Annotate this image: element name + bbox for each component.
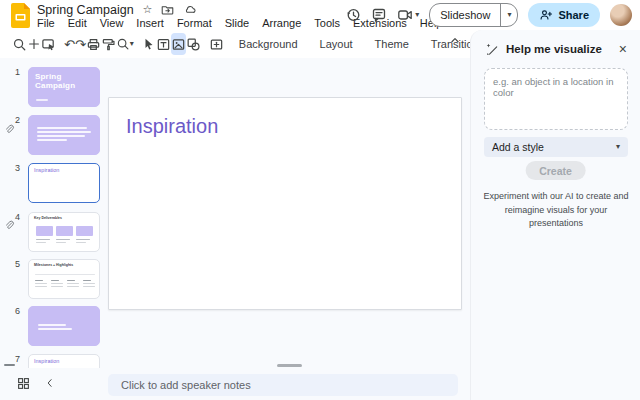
theme-button[interactable]: Theme — [368, 38, 416, 50]
document-title-row: Spring Campaign ☆ — [37, 2, 197, 17]
style-caret-icon: ▾ — [616, 143, 620, 151]
search-menus-icon[interactable] — [12, 33, 27, 55]
menu-arrange[interactable]: Arrange — [262, 17, 301, 29]
slide-number: 5 — [4, 259, 20, 269]
pen-spark-icon — [485, 42, 499, 56]
version-history-icon[interactable] — [345, 7, 361, 23]
cloud-status-icon[interactable] — [183, 3, 197, 16]
account-avatar[interactable] — [610, 4, 632, 26]
new-slide-icon[interactable] — [27, 33, 41, 55]
add-style-label: Add a style — [492, 141, 616, 153]
meet-camera-button[interactable]: ▾ — [397, 7, 419, 23]
help-me-visualize-panel: Help me visualize × Add a style ▾ Create… — [470, 30, 640, 400]
collapse-filmstrip-icon[interactable] — [44, 377, 56, 389]
menu-edit[interactable]: Edit — [68, 17, 87, 29]
comment-icon[interactable] — [371, 7, 387, 23]
slide-number: 3 — [4, 163, 20, 173]
paperclip-icon — [4, 220, 15, 231]
undo-icon[interactable]: ↶ — [64, 33, 75, 55]
slide-thumbnail-5[interactable]: Milestones + Highlights — [28, 259, 100, 299]
templates-icon[interactable] — [41, 33, 56, 55]
menu-format[interactable]: Format — [177, 17, 212, 29]
camera-caret-icon: ▾ — [415, 11, 419, 19]
menu-slide[interactable]: Slide — [225, 17, 249, 29]
panel-header: Help me visualize × — [471, 38, 640, 60]
insert-placeholder-icon[interactable] — [209, 33, 224, 55]
select-cursor-icon[interactable] — [142, 33, 156, 55]
slideshow-button[interactable]: Slideshow — [430, 4, 501, 26]
share-label: Share — [558, 9, 589, 21]
insert-image-icon[interactable] — [171, 33, 186, 55]
share-button[interactable]: Share — [528, 3, 600, 27]
visualize-prompt-input[interactable] — [484, 68, 628, 130]
thumb-title: Milestones + Highlights — [34, 263, 73, 267]
move-folder-icon[interactable] — [161, 3, 174, 16]
slide-thumbnail-6[interactable] — [28, 306, 100, 346]
slide-thumbnail-7[interactable]: Inspiration — [28, 354, 100, 368]
grid-view-icon[interactable] — [17, 377, 30, 390]
document-title[interactable]: Spring Campaign — [37, 3, 134, 17]
bottombar: Click to add speaker notes — [0, 368, 470, 400]
slide-number: 1 — [4, 67, 20, 77]
person-add-icon — [539, 8, 553, 22]
panel-title: Help me visualize — [506, 43, 602, 55]
background-button[interactable]: Background — [232, 38, 305, 50]
menu-file[interactable]: File — [37, 17, 55, 29]
slide-number: 7 — [4, 354, 20, 364]
slide-thumbnail-4[interactable]: Key Deliverables — [28, 212, 100, 252]
menu-tools[interactable]: Tools — [314, 17, 340, 29]
speaker-notes-bar[interactable]: Click to add speaker notes — [108, 374, 458, 396]
panel-caption: Experiment with our AI to create and rei… — [483, 190, 629, 231]
paint-format-icon[interactable] — [101, 33, 116, 55]
topbar-actions: ▾ Slideshow ▾ Share — [345, 0, 632, 30]
create-button[interactable]: Create — [525, 161, 586, 180]
slides-logo-icon[interactable] — [11, 3, 30, 28]
workspace: 1 Spring Campaign 2 3 Inspiration 4 — [0, 58, 470, 368]
toolbar: ↶ ↷ ▾ Background Layout — [0, 30, 470, 58]
layout-button[interactable]: Layout — [313, 38, 360, 50]
thumb-title: Inspiration — [34, 358, 59, 364]
zoom-icon[interactable] — [116, 33, 130, 55]
insert-shape-icon[interactable] — [186, 33, 201, 55]
slide-thumbnail-3-selected[interactable]: Inspiration — [28, 163, 100, 203]
thumb-title: Spring Campaign — [35, 72, 85, 90]
speaker-notes-placeholder: Click to add speaker notes — [121, 379, 251, 391]
star-icon[interactable]: ☆ — [143, 4, 153, 15]
hide-menus-icon[interactable] — [448, 33, 462, 47]
text-box-icon[interactable] — [156, 33, 171, 55]
redo-icon[interactable]: ↷ — [75, 33, 86, 55]
print-icon[interactable] — [86, 33, 101, 55]
google-slides-window: Spring Campaign ☆ File Edit View Insert … — [0, 0, 640, 400]
slide-title-text[interactable]: Inspiration — [126, 115, 218, 138]
slide-number: 6 — [4, 306, 20, 316]
close-panel-icon[interactable]: × — [615, 38, 631, 60]
create-label: Create — [539, 165, 572, 177]
menu-view[interactable]: View — [100, 17, 124, 29]
slideshow-dropdown[interactable]: ▾ — [501, 4, 517, 26]
thumb-title: Inspiration — [34, 167, 59, 173]
slideshow-split-button: Slideshow ▾ — [429, 3, 518, 27]
menu-insert[interactable]: Insert — [136, 17, 164, 29]
thumb-title: Key Deliverables — [34, 216, 62, 220]
slide-canvas[interactable]: Inspiration — [108, 97, 462, 310]
slide-thumbnail-1[interactable]: Spring Campaign — [28, 67, 100, 107]
topbar: Spring Campaign ☆ File Edit View Insert … — [0, 0, 640, 30]
filmstrip: 1 Spring Campaign 2 3 Inspiration 4 — [0, 58, 106, 368]
paperclip-icon — [4, 124, 15, 135]
filmstrip-scrollbar[interactable] — [4, 364, 15, 366]
slide-thumbnail-2[interactable] — [28, 115, 100, 155]
horizontal-scrollbar[interactable] — [277, 364, 302, 367]
zoom-caret-icon[interactable]: ▾ — [130, 40, 134, 48]
add-style-dropdown[interactable]: Add a style ▾ — [484, 137, 628, 157]
